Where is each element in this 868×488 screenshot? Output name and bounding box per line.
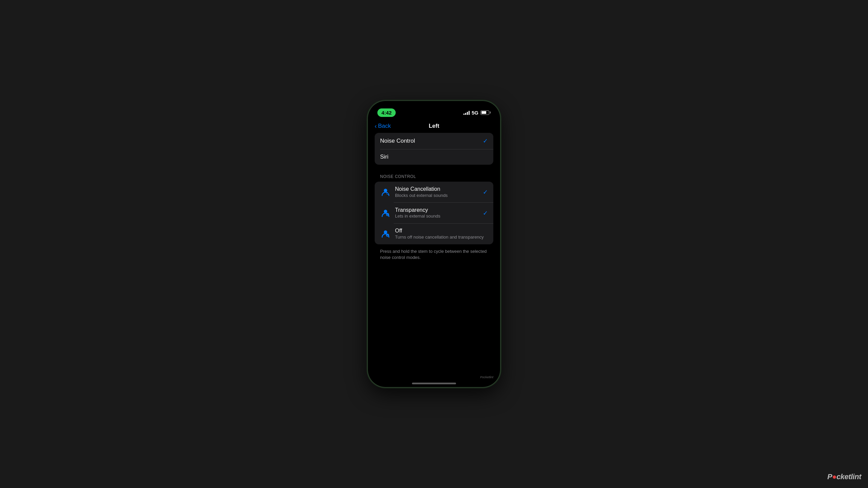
off-text: Off Turns off noise cancellation and tra… (395, 227, 488, 240)
chevron-left-icon: ‹ (375, 123, 377, 129)
off-subtitle: Turns off noise cancellation and transpa… (395, 235, 488, 240)
status-time: 4:42 (377, 108, 396, 117)
transparency-item[interactable]: Transparency Lets in external sounds ✓ (375, 203, 493, 224)
battery-icon (480, 110, 491, 115)
transparency-subtitle: Lets in external sounds (395, 214, 483, 219)
off-item[interactable]: Off Turns off noise cancellation and tra… (375, 223, 493, 244)
off-title: Off (395, 227, 488, 235)
siri-label: Siri (380, 154, 389, 160)
siri-menu-item[interactable]: Siri (375, 149, 493, 165)
transparency-checkmark: ✓ (483, 209, 488, 217)
noise-cancellation-icon (380, 187, 391, 198)
svg-point-0 (384, 189, 387, 192)
back-label: Back (378, 123, 391, 129)
main-content: Noise Control ✓ Siri NOISE CONTROL (368, 133, 500, 261)
phone-screen: 4:42 5G (368, 101, 500, 387)
noise-control-checkmark: ✓ (483, 137, 488, 145)
status-right-icons: 5G (463, 110, 491, 116)
svg-point-6 (384, 230, 387, 234)
phone-device: 4:42 5G (368, 101, 500, 387)
status-bar: 4:42 5G (368, 101, 500, 119)
noise-cancellation-text: Noise Cancellation Blocks out external s… (395, 186, 483, 199)
phone-watermark: Pocketlint (480, 375, 493, 379)
signal-icon (463, 110, 470, 115)
noise-control-options-group: Noise Cancellation Blocks out external s… (375, 182, 493, 244)
navigation-bar: ‹ Back Left (368, 119, 500, 133)
main-menu-group: Noise Control ✓ Siri (375, 133, 493, 165)
noise-cancellation-checkmark: ✓ (483, 188, 488, 196)
noise-cancellation-title: Noise Cancellation (395, 186, 483, 193)
transparency-icon (380, 208, 391, 219)
noise-control-label: Noise Control (380, 138, 415, 144)
noise-cancellation-subtitle: Blocks out external sounds (395, 193, 483, 199)
page-wrapper: 4:42 5G (0, 0, 868, 488)
home-indicator[interactable] (412, 383, 456, 384)
noise-control-menu-item[interactable]: Noise Control ✓ (375, 133, 493, 149)
camera-indicator (432, 107, 436, 110)
page-title: Left (429, 123, 439, 129)
svg-point-2 (384, 210, 387, 213)
off-icon (380, 228, 391, 239)
transparency-text: Transparency Lets in external sounds (395, 207, 483, 220)
noise-control-section-header: NOISE CONTROL (375, 167, 493, 182)
noise-cancellation-item[interactable]: Noise Cancellation Blocks out external s… (375, 182, 493, 203)
footer-note: Press and hold the stem to cycle between… (375, 248, 493, 261)
network-label: 5G (472, 110, 478, 116)
transparency-title: Transparency (395, 207, 483, 214)
corner-watermark: P●cketlint (827, 472, 861, 481)
watermark-dot: ● (832, 472, 836, 481)
back-button[interactable]: ‹ Back (375, 123, 391, 129)
